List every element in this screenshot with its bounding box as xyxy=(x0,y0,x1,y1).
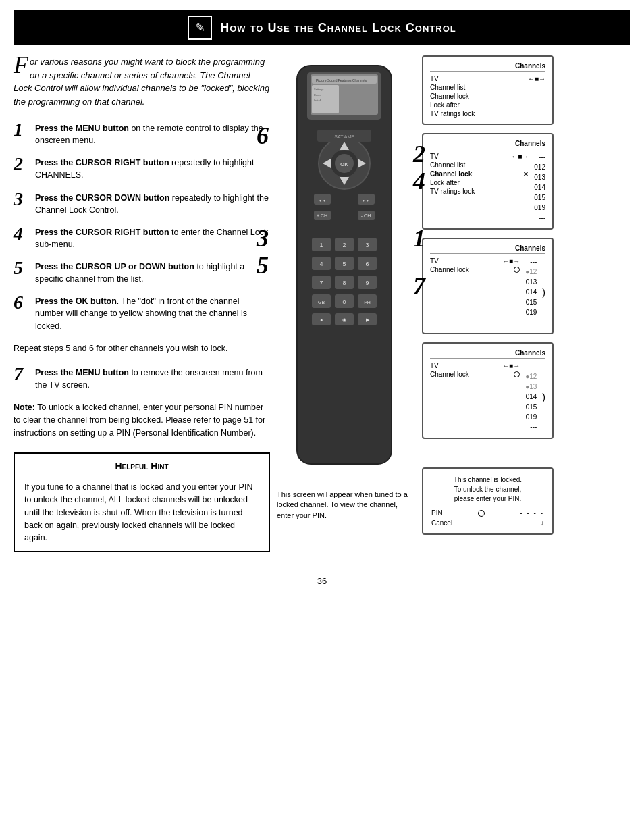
step-text-3: Press the CURSOR DOWN button repeatedly … xyxy=(35,190,270,216)
pin-screen: This channel is locked.To unlock the cha… xyxy=(422,467,554,535)
svg-text:SAT  AMF: SAT AMF xyxy=(334,134,354,139)
step-7: 7 Press the MENU button to remove the on… xyxy=(14,365,270,391)
screen4-channellock: Channel lock xyxy=(430,370,520,379)
step-6: 6 Press the OK button. The "dot" in fron… xyxy=(14,293,270,332)
lock-icon-pin xyxy=(478,510,485,517)
right-area: Picture Sound Features Channels Settings… xyxy=(277,55,630,559)
step-label-7: 7 xyxy=(413,271,425,300)
screen1-tv-arrow: ←■→ xyxy=(528,75,545,82)
drop-cap: F xyxy=(14,55,28,75)
screen-4: Channels TV←■→ Channel lock --- ●12 ●13 xyxy=(422,342,554,439)
screenshots-column: Channels TV ←■→ Channel list Channel loc… xyxy=(422,55,554,535)
step-1: 1 Press the MENU button on the remote co… xyxy=(14,120,270,147)
screen2-tvratings: TV ratings lock xyxy=(430,187,529,196)
screen1-row-lockafter: Lock after xyxy=(430,101,545,109)
step-label-4: 4 xyxy=(413,167,425,195)
svg-text:6: 6 xyxy=(365,261,369,267)
step-label-1: 1 xyxy=(413,224,425,253)
hint-box: Helpful Hint If you tune to a channel th… xyxy=(14,452,270,552)
screen1-row-channellist: Channel list xyxy=(430,83,545,92)
screen-3: Channels TV←■→ Channel lock --- ●12 013 xyxy=(422,238,554,334)
screen1-header: Channels xyxy=(430,62,545,72)
bottom-caption: This screen will appear when tuned to a … xyxy=(277,490,412,521)
screen1-tv-label: TV xyxy=(430,75,439,82)
svg-text:►►: ►► xyxy=(362,199,370,203)
step-num-3: 3 xyxy=(14,190,28,209)
step-3: 3 Press the CURSOR DOWN button repeatedl… xyxy=(14,190,270,216)
svg-text:9: 9 xyxy=(365,280,369,286)
svg-text:Install: Install xyxy=(314,99,321,102)
svg-text:◉: ◉ xyxy=(342,317,346,322)
screen4-header: Channels xyxy=(430,349,545,359)
screen3-header: Channels xyxy=(430,244,545,254)
step-text-2: Press the CURSOR RIGHT button repeatedly… xyxy=(35,155,270,181)
screen4-tv: TV←■→ xyxy=(430,361,520,370)
svg-text:GB: GB xyxy=(318,300,325,305)
svg-text:◄◄: ◄◄ xyxy=(318,199,326,203)
left-column: For various reasons you might want to bl… xyxy=(14,55,270,559)
screen4-content: TV←■→ Channel lock --- ●12 ●13 014 015 0… xyxy=(430,361,545,432)
screen4-channels: --- ●12 ●13 014 015 019 --- xyxy=(525,361,537,432)
screen3-tv: TV←■→ xyxy=(430,257,520,265)
lock-icon-1 xyxy=(514,267,520,273)
screen4-indicator: ) xyxy=(542,361,545,432)
svg-text:- CH: - CH xyxy=(361,213,371,218)
screen1-row-channellock: Channel lock xyxy=(430,92,545,101)
step-text-1: Press the MENU button on the remote cont… xyxy=(35,120,270,147)
step-num-1: 1 xyxy=(14,120,28,139)
step-num-6: 6 xyxy=(14,293,28,312)
screen2-lockafter: Lock after xyxy=(430,178,529,187)
step-num-5: 5 xyxy=(14,259,28,278)
note-text: Note: To unlock a locked channel, enter … xyxy=(14,401,270,439)
step-label-2: 2 xyxy=(413,140,425,168)
svg-text:PH: PH xyxy=(364,300,371,305)
screen2-tv: TV←■→ xyxy=(430,152,529,161)
screen2-channellist: Channel list xyxy=(430,161,529,170)
page-title: How to Use the Channel Lock Control xyxy=(220,21,456,35)
step-text-7: Press the MENU button to remove the onsc… xyxy=(35,365,270,391)
step-2: 2 Press the CURSOR RIGHT button repeated… xyxy=(14,155,270,181)
steps-list: 1 Press the MENU button on the remote co… xyxy=(14,120,270,332)
hint-text: If you tune to a channel that is locked … xyxy=(24,481,259,544)
main-content: For various reasons you might want to bl… xyxy=(0,45,644,569)
page-header: ✎ How to Use the Channel Lock Control xyxy=(14,10,630,45)
hint-title: Helpful Hint xyxy=(24,461,259,475)
step-num-7: 7 xyxy=(14,365,28,384)
screen3-channellock: Channel lock xyxy=(430,265,520,274)
svg-text:0: 0 xyxy=(342,298,346,305)
screen3-content: TV←■→ Channel lock --- ●12 013 014 015 0… xyxy=(430,257,545,328)
screen2-menu: TV←■→ Channel list Channel lock ✕ Lock a… xyxy=(430,152,529,223)
svg-text:Settings: Settings xyxy=(314,88,323,91)
remote-svg: Picture Sound Features Channels Settings… xyxy=(277,62,412,481)
svg-text:Demo: Demo xyxy=(314,93,321,97)
svg-text:●: ● xyxy=(320,317,323,322)
page-number: 36 xyxy=(0,569,644,590)
screen1-row-tvratings: TV ratings lock xyxy=(430,109,545,118)
svg-text:Picture  Sound  Features  Chan: Picture Sound Features Channels xyxy=(316,78,367,82)
step-4: 4 Press the CURSOR RIGHT button to enter… xyxy=(14,224,270,251)
svg-text:7: 7 xyxy=(319,280,323,286)
step-num-2: 2 xyxy=(14,155,28,174)
screen2-channellock: Channel lock ✕ xyxy=(430,170,529,178)
cancel-label: Cancel xyxy=(431,519,452,527)
svg-text:+ CH: + CH xyxy=(317,213,327,218)
intro-text: For various reasons you might want to bl… xyxy=(14,55,270,108)
svg-text:8: 8 xyxy=(342,280,346,286)
svg-text:4: 4 xyxy=(319,261,323,267)
pin-row: PIN - - - - xyxy=(431,509,544,517)
cancel-arrow: ↓ xyxy=(541,519,544,527)
screen-2: Channels TV←■→ Channel list Channel lock… xyxy=(422,133,554,230)
step-label-6: 6 xyxy=(257,122,269,150)
step-num-4: 4 xyxy=(14,224,28,243)
remote-control-area: Picture Sound Features Channels Settings… xyxy=(277,62,412,521)
screen3-indicator: ) xyxy=(542,257,545,328)
step-5: 5 Press the CURSOR UP or DOWN button to … xyxy=(14,259,270,285)
screen-1: Channels TV ←■→ Channel list Channel loc… xyxy=(422,55,554,125)
pin-label: PIN xyxy=(431,509,443,517)
repeat-text: Repeat steps 5 and 6 for other channels … xyxy=(14,342,270,355)
pencil-icon: ✎ xyxy=(195,20,205,35)
svg-text:1: 1 xyxy=(319,242,323,249)
screen2-header: Channels xyxy=(430,140,545,149)
lock-icon-2 xyxy=(514,371,520,377)
screen1-row-tv: TV ←■→ xyxy=(430,74,545,83)
